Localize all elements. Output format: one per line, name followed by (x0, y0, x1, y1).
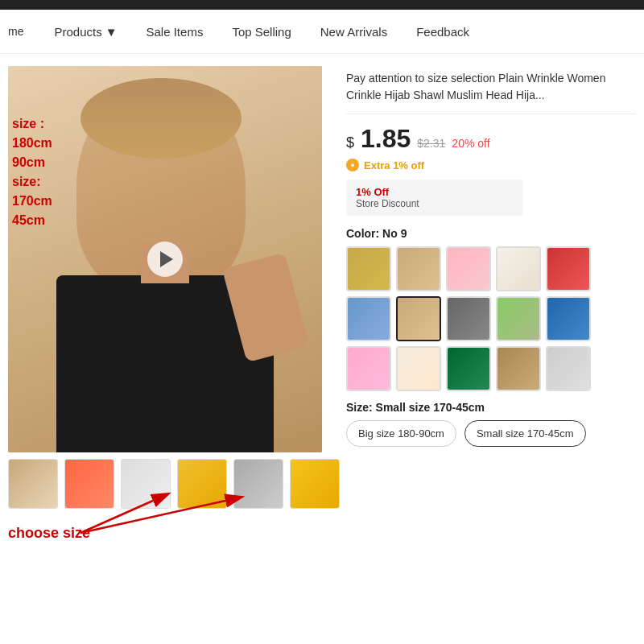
svg-line-2 (80, 501, 225, 533)
color-swatch-13[interactable] (446, 346, 491, 391)
price-current: 1.85 (361, 124, 411, 154)
extra-off-row: ● Extra 1% off (346, 159, 636, 171)
store-discount-box: 1% Off Store Discount (346, 180, 523, 216)
color-swatch-7[interactable] (396, 296, 441, 341)
size-big[interactable]: Big size 180-90cm (346, 420, 456, 447)
chevron-down-icon: ▼ (105, 25, 118, 39)
play-video-button[interactable] (147, 242, 183, 277)
color-swatches (346, 246, 636, 391)
color-swatch-11[interactable] (346, 346, 391, 391)
color-swatch-8[interactable] (446, 296, 491, 341)
color-swatch-10[interactable] (546, 296, 591, 341)
size-overlay-text: size :180cm90cmsize:170cm45cm (12, 114, 52, 230)
size-options: Big size 180-90cm Small size 170-45cm (346, 420, 636, 447)
size-label: Size: Small size 170-45cm (346, 401, 636, 414)
nav-feedback[interactable]: Feedback (416, 21, 469, 43)
main-product-image: size :180cm90cmsize:170cm45cm (8, 66, 322, 452)
choose-size-arrows (72, 477, 298, 541)
color-swatch-1[interactable] (346, 246, 391, 291)
top-bar (0, 0, 644, 10)
price-currency: $ (346, 134, 354, 151)
choose-size-annotation: choose size (8, 525, 330, 542)
main-content: size :180cm90cmsize:170cm45cm (0, 54, 644, 644)
coin-icon: ● (346, 159, 359, 171)
size-small[interactable]: Small size 170-45cm (464, 420, 586, 447)
size-section: Size: Small size 170-45cm Big size 180-9… (346, 401, 636, 447)
price-original: $2.31 (417, 137, 445, 150)
nav-sale-items[interactable]: Sale Items (147, 21, 204, 43)
color-swatch-4[interactable] (496, 246, 541, 291)
color-swatch-12[interactable] (396, 346, 441, 391)
product-title: Pay attention to size selection Plain Wr… (346, 70, 636, 114)
color-swatch-2[interactable] (396, 246, 441, 291)
nav-home[interactable]: me (8, 25, 23, 38)
nav-products[interactable]: Products ▼ (54, 21, 117, 43)
nav-new-arrivals[interactable]: New Arrivals (320, 21, 387, 43)
product-images: size :180cm90cmsize:170cm45cm (8, 66, 330, 632)
extra-off-label: Extra 1% off (364, 159, 424, 171)
product-details: Pay attention to size selection Plain Wr… (346, 66, 636, 632)
price-row: $ 1.85 $2.31 20% off (346, 124, 636, 154)
color-swatch-14[interactable] (496, 346, 541, 391)
nav-top-selling[interactable]: Top Selling (232, 21, 291, 43)
color-swatch-9[interactable] (496, 296, 541, 341)
price-discount: 20% off (452, 137, 489, 150)
color-swatch-5[interactable] (546, 246, 591, 291)
color-section: Color: No 9 (346, 227, 636, 391)
color-label: Color: No 9 (346, 227, 636, 240)
svg-line-1 (80, 501, 153, 533)
navigation: me Products ▼ Sale Items Top Selling New… (0, 10, 644, 54)
store-discount-subtitle: Store Discount (356, 198, 514, 209)
color-swatch-3[interactable] (446, 246, 491, 291)
color-swatch-6[interactable] (346, 296, 391, 341)
store-discount-title: 1% Off (356, 186, 514, 198)
thumbnail-0[interactable] (8, 459, 58, 509)
color-swatch-15[interactable] (546, 346, 591, 391)
